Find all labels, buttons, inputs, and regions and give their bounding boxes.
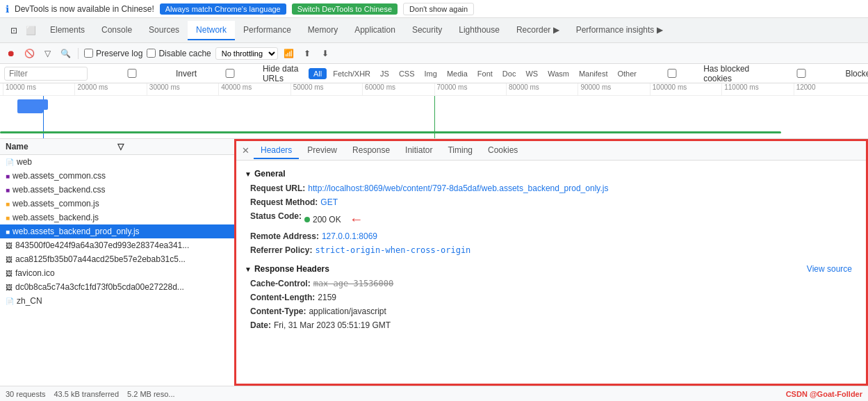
disable-cache-label[interactable]: Disable cache bbox=[147, 49, 211, 58]
filter-doc[interactable]: Doc bbox=[499, 69, 520, 79]
dock-icon[interactable]: ⊡ bbox=[7, 24, 21, 38]
content-type-value: application/javascript bbox=[309, 306, 386, 316]
response-headers-title[interactable]: ▼ Response Headers bbox=[245, 261, 807, 277]
filter-font[interactable]: Font bbox=[474, 69, 496, 79]
invert-checkbox[interactable] bbox=[90, 69, 174, 78]
filter-js[interactable]: JS bbox=[377, 69, 393, 79]
view-source-link[interactable]: View source bbox=[807, 264, 858, 274]
file-item-hash3[interactable]: 🖼 dc0b8ca5c74a3cfc1fd73f0b5cda00e27228d.… bbox=[0, 280, 234, 294]
tab-performance[interactable]: Performance bbox=[235, 21, 300, 40]
file-item-hash1[interactable]: 🖼 843500f0e424f9a64a307ed993e28374ea341.… bbox=[0, 238, 234, 252]
upload-icon[interactable]: ⬆ bbox=[300, 47, 314, 60]
has-blocked-cookies-text: Has blocked cookies bbox=[703, 64, 757, 83]
disable-cache-checkbox[interactable] bbox=[147, 49, 156, 58]
detail-tab-preview[interactable]: Preview bbox=[300, 142, 344, 159]
filter-all[interactable]: All bbox=[309, 68, 327, 79]
tab-application[interactable]: Application bbox=[346, 21, 404, 40]
tab-sources[interactable]: Sources bbox=[140, 21, 188, 40]
filter-fetch-xhr[interactable]: Fetch/XHR bbox=[329, 69, 374, 79]
filter-manifest[interactable]: Manifest bbox=[575, 69, 612, 79]
ruler-90000: 90000 ms bbox=[578, 83, 649, 95]
stop-recording-button[interactable]: ⏺ bbox=[4, 47, 18, 60]
filter-img[interactable]: Img bbox=[421, 69, 441, 79]
general-section-title[interactable]: ▼ General bbox=[245, 166, 858, 181]
filter-ws[interactable]: WS bbox=[522, 69, 541, 79]
request-url-row: Request URL: http://localhost:8069/web/c… bbox=[245, 181, 858, 195]
file-item-assets-backend-prod-js[interactable]: ■ web.assets_backend_prod_only.js bbox=[0, 224, 234, 238]
file-item-assets-backend-js[interactable]: ■ web.assets_backend.js bbox=[0, 211, 234, 224]
throttle-select[interactable]: No throttling bbox=[215, 47, 278, 60]
content-length-label: Content-Length: bbox=[250, 293, 315, 302]
ruler-40000: 40000 ms bbox=[218, 83, 290, 95]
filter-other[interactable]: Other bbox=[614, 69, 641, 79]
ruler-100000: 100000 ms bbox=[650, 83, 721, 95]
hide-data-urls-text: Hide data URLs bbox=[263, 64, 306, 83]
ruler-80000: 80000 ms bbox=[506, 83, 578, 95]
detail-tab-response[interactable]: Response bbox=[345, 142, 397, 159]
dont-show-button[interactable]: Don't show again bbox=[403, 3, 474, 15]
wifi-icon[interactable]: 📶 bbox=[282, 47, 296, 60]
timeline-content bbox=[0, 96, 868, 139]
detail-tab-headers[interactable]: Headers bbox=[254, 142, 299, 159]
collapse-icon[interactable]: ▽ bbox=[117, 142, 229, 152]
referrer-policy-row: Referrer Policy: strict-origin-when-cros… bbox=[245, 243, 858, 257]
arrow-annotation: ← bbox=[350, 211, 363, 227]
js-icon2: ■ bbox=[6, 214, 10, 222]
remote-address-row: Remote Address: 127.0.0.1:8069 bbox=[245, 229, 858, 243]
tab-security[interactable]: Security bbox=[404, 21, 450, 40]
download-icon[interactable]: ⬇ bbox=[318, 47, 332, 60]
request-url-value[interactable]: http://localhost:8069/web/content/797-8d… bbox=[308, 183, 608, 193]
filter-button[interactable]: ▽ bbox=[40, 47, 54, 60]
preserve-log-label[interactable]: Preserve log bbox=[84, 49, 142, 58]
has-blocked-cookies-label[interactable]: Has blocked cookies bbox=[643, 64, 757, 83]
hide-data-urls-label[interactable]: Hide data URLs bbox=[199, 64, 306, 83]
response-headers-arrow: ▼ bbox=[245, 265, 252, 273]
tab-console[interactable]: Console bbox=[93, 21, 140, 40]
tab-performance-insights[interactable]: Performance insights ▶ bbox=[568, 21, 671, 40]
switch-language-button[interactable]: Switch DevTools to Chinese bbox=[292, 3, 398, 15]
filter-media[interactable]: Media bbox=[443, 69, 471, 79]
img-icon1: 🖼 bbox=[6, 242, 13, 249]
content-length-row: Content-Length: 2159 bbox=[245, 290, 858, 304]
file-name-zhcn: zh_CN bbox=[17, 296, 42, 306]
has-blocked-cookies-checkbox[interactable] bbox=[643, 69, 701, 78]
status-code-text: 200 OK bbox=[313, 215, 341, 224]
file-item-favicon[interactable]: 🖼 favicon.ico bbox=[0, 266, 234, 280]
file-item-assets-common-css[interactable]: ■ web.assets_common.css bbox=[0, 169, 234, 183]
filter-wasm[interactable]: Wasm bbox=[544, 69, 573, 79]
blocked-checkbox[interactable] bbox=[760, 69, 843, 78]
preserve-log-checkbox[interactable] bbox=[84, 49, 93, 58]
tab-lighthouse[interactable]: Lighthouse bbox=[450, 21, 508, 40]
filter-css[interactable]: CSS bbox=[395, 69, 418, 79]
toggle-icon[interactable]: ⬜ bbox=[24, 24, 38, 38]
tab-elements[interactable]: Elements bbox=[42, 21, 93, 40]
close-detail-button[interactable]: ✕ bbox=[239, 145, 252, 156]
detail-tab-cookies[interactable]: Cookies bbox=[481, 142, 525, 159]
filter-input[interactable] bbox=[4, 67, 88, 81]
main-area: Name ▽ 📄 web ■ web.assets_common.css ■ w… bbox=[0, 139, 868, 386]
status-bar: 30 requests 43.5 kB transferred 5.2 MB r… bbox=[0, 386, 868, 401]
detail-tab-initiator[interactable]: Initiator bbox=[398, 142, 439, 159]
invert-label[interactable]: Invert bbox=[90, 69, 197, 79]
match-language-button[interactable]: Always match Chrome's language bbox=[160, 3, 286, 15]
file-item-assets-common-js[interactable]: ■ web.assets_common.js bbox=[0, 197, 234, 211]
tab-memory[interactable]: Memory bbox=[300, 21, 346, 40]
tab-network[interactable]: Network bbox=[188, 21, 235, 40]
blocked-text: Blocked bbox=[845, 69, 868, 79]
search-button[interactable]: 🔍 bbox=[58, 47, 72, 60]
clear-button[interactable]: 🚫 bbox=[22, 47, 36, 60]
file-item-web[interactable]: 📄 web bbox=[0, 155, 234, 169]
content-type-label: Content-Type: bbox=[250, 306, 306, 316]
detail-tab-timing[interactable]: Timing bbox=[441, 142, 480, 159]
file-item-zhcn[interactable]: 📄 zh_CN bbox=[0, 294, 234, 308]
file-name-assets-backend-prod-js: web.assets_backend_prod_only.js bbox=[13, 227, 140, 236]
referrer-policy-value: strict-origin-when-cross-origin bbox=[315, 245, 470, 255]
response-headers-section-header: ▼ Response Headers View source bbox=[245, 261, 858, 277]
file-item-assets-backend-css[interactable]: ■ web.assets_backend.css bbox=[0, 183, 234, 197]
timeline-ruler: 10000 ms 20000 ms 30000 ms 40000 ms 5000… bbox=[0, 83, 868, 96]
hide-data-urls-checkbox[interactable] bbox=[199, 69, 261, 78]
disable-cache-text: Disable cache bbox=[158, 49, 211, 58]
blocked-label[interactable]: Blocked bbox=[760, 69, 868, 79]
file-item-hash2[interactable]: 🖼 aca8125fb35b07a44acd25be57e2ebab31c5..… bbox=[0, 252, 234, 266]
tab-recorder[interactable]: Recorder ▶ bbox=[508, 21, 568, 40]
